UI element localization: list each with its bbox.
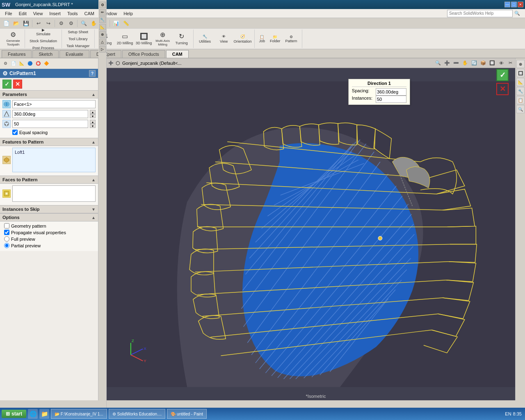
instances-up-button[interactable]: ▲ <box>90 120 96 124</box>
tab-office-products[interactable]: Office Products <box>122 50 165 58</box>
right-icon-3[interactable]: 📐 <box>516 78 525 86</box>
zoom-fit-button[interactable]: 🔍 <box>434 59 442 67</box>
zoom-button[interactable]: 🔍 <box>79 19 88 28</box>
options-button[interactable]: ⚙ <box>66 19 75 28</box>
faces-box[interactable] <box>12 185 96 202</box>
features-section-header[interactable]: Features to Pattern ▲ <box>0 138 98 146</box>
open-button[interactable]: 📂 <box>11 19 21 28</box>
viewport-ok-button[interactable]: ✓ <box>496 69 509 81</box>
menu-cam[interactable]: CAM <box>81 10 98 17</box>
side-icon-5[interactable]: ⊕ <box>99 31 106 38</box>
parameters-section-header[interactable]: Parameters ▲ <box>0 90 98 98</box>
partial-preview-radio[interactable] <box>4 243 9 248</box>
pan-button[interactable]: ✋ <box>89 19 98 28</box>
simulate-button[interactable]: ▶ Simulate <box>27 27 59 37</box>
angle-down-button[interactable]: ▼ <box>90 114 96 118</box>
maximize-button[interactable]: □ <box>511 2 517 7</box>
start-button[interactable]: ⊞ start <box>2 410 26 418</box>
side-icon-7[interactable]: ▷ <box>99 46 106 52</box>
side-icon-6[interactable]: △ <box>99 39 106 45</box>
callout-instances-input[interactable] <box>376 96 406 103</box>
side-icon-4[interactable]: 📐 <box>99 24 106 30</box>
faces-section-header[interactable]: Faces to Pattern ▲ <box>0 176 98 184</box>
taskbar-app-1[interactable]: 📂 F:\Konstruisanje_IV 1... <box>51 409 107 419</box>
side-icon-1[interactable]: ⚙ <box>99 2 106 8</box>
full-preview-radio[interactable] <box>4 236 9 242</box>
tool-library-button[interactable]: Tool Library <box>64 36 92 42</box>
angle-up-button[interactable]: ▲ <box>90 110 96 114</box>
cancel-button[interactable]: ✕ <box>13 80 22 89</box>
menu-tools[interactable]: Tools <box>64 10 81 17</box>
equal-spacing-checkbox[interactable] <box>12 130 18 135</box>
tab-sketch[interactable]: Sketch <box>32 50 59 58</box>
menu-file[interactable]: File <box>2 10 16 17</box>
face-input[interactable]: Face<1> <box>12 100 96 108</box>
ok-button[interactable]: ✓ <box>2 80 11 89</box>
view-orient-button[interactable]: 📦 <box>479 59 487 67</box>
side-icon-3[interactable]: 🔧 <box>99 16 106 23</box>
right-icon-4[interactable]: 🔧 <box>516 87 525 95</box>
stock-simulation-button[interactable]: Stock Simulation <box>27 38 59 44</box>
folder-button[interactable]: 📁 Folder <box>268 34 283 44</box>
help-button[interactable]: ? <box>89 70 96 77</box>
right-icon-1[interactable]: ⊕ <box>516 60 525 68</box>
callout-box[interactable]: Direction 1 Spacing: Instances: <box>348 79 410 105</box>
new-button[interactable]: 📄 <box>2 19 11 28</box>
right-icon-6[interactable]: 🔍 <box>516 105 525 113</box>
job-button[interactable]: 📋 Job <box>257 34 267 44</box>
minimize-button[interactable]: — <box>504 2 510 7</box>
rotate-view-button[interactable]: 🔄 <box>470 59 478 67</box>
zoom-in-button[interactable]: ➕ <box>443 59 451 67</box>
angle-input[interactable] <box>12 110 88 118</box>
multi-axis-button[interactable]: ⊕ Multi-Axis Milling <box>154 30 172 48</box>
setup-sheet-button[interactable]: Setup Sheet <box>64 29 92 35</box>
search-input[interactable] <box>447 10 513 17</box>
right-icon-5[interactable]: 📋 <box>516 96 525 104</box>
pan-view-button[interactable]: ✋ <box>461 59 469 67</box>
view-button[interactable]: 👁 View <box>215 30 233 48</box>
feature-icon-5[interactable]: ⭕ <box>34 60 42 67</box>
taskbar-app-2[interactable]: ⚙ SolidWorks Education.... <box>109 409 166 419</box>
feature-icon-4[interactable]: 🔵 <box>26 60 34 67</box>
side-icon-2[interactable]: ✏ <box>99 9 106 16</box>
close-button[interactable]: ✕ <box>518 2 523 7</box>
instances-skip-header[interactable]: Instances to Skip ▼ <box>0 205 98 213</box>
callout-spacing-input[interactable] <box>376 88 406 96</box>
tab-evaluate[interactable]: Evaluate <box>59 50 89 58</box>
taskbar-app-3[interactable]: 🎨 untitled - Paint <box>167 409 207 419</box>
instances-input[interactable] <box>12 120 88 128</box>
features-box[interactable]: Loft1 <box>12 148 96 172</box>
viewport[interactable]: ➕ ⬡ Gonjeni_zupcanik (Default<... 🔍 ➕ ➖ … <box>107 58 525 400</box>
feature-icon-6[interactable]: 🔶 <box>43 60 50 67</box>
right-icon-2[interactable]: 🔲 <box>516 69 525 77</box>
viewport-cancel-button[interactable]: ✕ <box>496 83 509 95</box>
tab-cam[interactable]: CAM <box>166 50 189 58</box>
turning-button[interactable]: ↻ Turning <box>173 30 191 48</box>
menu-insert[interactable]: Insert <box>46 10 64 17</box>
hide-show-button[interactable]: 👁 <box>497 59 505 67</box>
pattern-button[interactable]: ⚙ Pattern <box>283 34 299 44</box>
zoom-out-button[interactable]: ➖ <box>452 59 460 67</box>
options-section-header[interactable]: Options ▲ <box>0 213 98 221</box>
task-manager-button[interactable]: Task Manager <box>64 43 92 49</box>
taskbar-ie-icon[interactable]: 🌐 <box>28 409 38 419</box>
generate-toolpath-button[interactable]: ⚙ GenerateToolpath <box>4 30 22 48</box>
display-style-button[interactable]: 🔲 <box>488 59 496 67</box>
milling-2d-button[interactable]: ▭ 2D Milling <box>116 30 134 48</box>
instances-down-button[interactable]: ▼ <box>90 124 96 128</box>
measure-button[interactable]: 📏 <box>121 19 130 28</box>
menu-edit[interactable]: Edit <box>16 10 30 17</box>
materials-button[interactable]: 📊 <box>112 19 121 28</box>
feature-icon-2[interactable]: 📄 <box>10 60 17 67</box>
taskbar-explorer-icon[interactable]: 📁 <box>39 409 49 419</box>
geometry-pattern-checkbox[interactable] <box>4 223 9 228</box>
propagate-checkbox[interactable] <box>4 230 9 235</box>
utilities-button[interactable]: 🔧 Utilities <box>196 30 214 48</box>
orientation-button[interactable]: 🧭 Orientation <box>234 30 252 48</box>
tab-features[interactable]: Features <box>2 50 32 58</box>
feature-icon-1[interactable]: ⚙ <box>2 60 9 67</box>
menu-help[interactable]: Help <box>120 10 136 17</box>
menu-view[interactable]: View <box>30 10 46 17</box>
section-view-button[interactable]: ✂ <box>506 59 514 67</box>
feature-icon-3[interactable]: 📐 <box>18 60 25 67</box>
